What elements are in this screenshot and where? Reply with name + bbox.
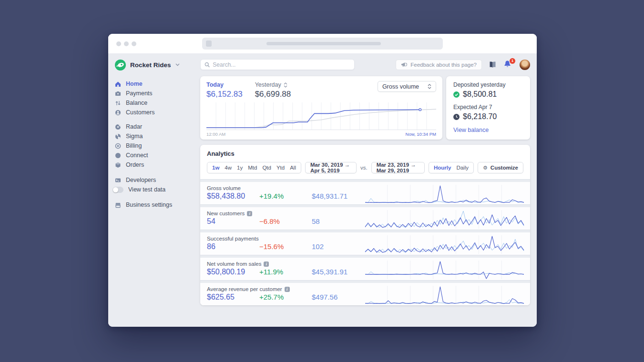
notifications-button[interactable]: 1 xyxy=(503,60,513,70)
customize-label: Customize xyxy=(491,165,518,171)
deposited-value-row: $8,500.81 xyxy=(453,90,523,99)
feedback-label: Feedback about this page? xyxy=(410,62,477,68)
sidebar-item-customers[interactable]: Customers xyxy=(115,108,200,117)
search-input[interactable] xyxy=(213,61,350,68)
sidebar-item-label: Orders xyxy=(126,161,144,168)
customers-icon xyxy=(115,110,121,116)
test-data-toggle[interactable] xyxy=(112,187,123,193)
previous-range-picker[interactable]: Mar 23, 2019 → Mar 29, 2019 xyxy=(371,162,425,173)
period-mtd[interactable]: Mtd xyxy=(248,165,257,171)
dashboard-app: Rocket Rides Home Payments Balance xyxy=(108,53,537,327)
sidebar-item-label: Radar xyxy=(126,123,142,130)
metric-select[interactable]: Gross volume xyxy=(378,81,436,92)
sidebar-item-radar[interactable]: Radar xyxy=(115,122,200,131)
info-icon[interactable]: i xyxy=(247,211,252,216)
sidebar-item-label: Home xyxy=(126,80,143,87)
period-1y[interactable]: 1y xyxy=(237,165,243,171)
favicon-placeholder xyxy=(206,40,212,47)
period-qtd[interactable]: Qtd xyxy=(262,165,271,171)
interval-selector: Hourly Daily xyxy=(429,162,474,173)
window-close-button[interactable] xyxy=(116,41,121,46)
sidebar-item-orders[interactable]: Orders xyxy=(115,160,200,170)
search-bar[interactable] xyxy=(200,59,355,70)
sidebar-nav: Home Payments Balance Customers R xyxy=(115,79,200,210)
metric-comparison-value: $45,391.91 xyxy=(312,268,367,276)
sidebar-item-payments[interactable]: Payments xyxy=(115,89,200,98)
search-icon xyxy=(204,62,210,68)
home-icon xyxy=(115,81,121,87)
docs-icon[interactable] xyxy=(489,61,497,69)
sidebar-item-business-settings[interactable]: Business settings xyxy=(115,200,200,210)
metric-row-net-volume[interactable]: Net volume from salesi $50,800.19 +11.9%… xyxy=(200,258,530,280)
today-volume-card: Today $6,152.83 Yesterday $6,699.88 xyxy=(200,76,442,140)
browser-chrome xyxy=(108,34,537,53)
sidebar-item-balance[interactable]: Balance xyxy=(115,98,200,108)
yesterday-label-text: Yesterday xyxy=(255,81,281,88)
chevron-down-icon xyxy=(175,63,180,66)
user-avatar[interactable] xyxy=(520,60,530,70)
sidebar-item-label: Payments xyxy=(126,90,153,97)
metric-primary-value: $50,800.19 xyxy=(207,268,259,276)
successful-payments-sparkline xyxy=(365,235,524,254)
gross-volume-sparkline xyxy=(365,185,524,204)
metric-delta: +19.4% xyxy=(259,192,312,201)
metric-row-new-customers[interactable]: New customersi 54 −6.8% 58 xyxy=(200,207,530,230)
feedback-button[interactable]: Feedback about this page? xyxy=(396,60,482,70)
window-minimize-button[interactable] xyxy=(124,41,129,46)
period-4w[interactable]: 4w xyxy=(225,165,232,171)
sidebar-item-sigma[interactable]: Sigma xyxy=(115,131,200,141)
metric-comparison-value: $48,931.71 xyxy=(312,192,367,201)
window-zoom-button[interactable] xyxy=(132,41,136,46)
account-name: Rocket Rides xyxy=(130,61,171,69)
interval-daily[interactable]: Daily xyxy=(456,165,469,171)
period-ytd[interactable]: Ytd xyxy=(276,165,285,171)
browser-window: Rocket Rides Home Payments Balance xyxy=(108,34,537,327)
sidebar-item-billing[interactable]: Billing xyxy=(115,141,200,151)
gear-icon: ⚙ xyxy=(483,165,488,171)
info-icon[interactable]: i xyxy=(264,261,269,267)
topbar: Feedback about this page? 1 xyxy=(200,59,530,70)
yesterday-label[interactable]: Yesterday xyxy=(255,81,291,88)
expected-value: $6,218.70 xyxy=(463,112,497,121)
period-1w[interactable]: 1w xyxy=(212,165,219,171)
sidebar-item-connect[interactable]: Connect xyxy=(115,151,200,160)
info-icon[interactable]: i xyxy=(285,287,290,292)
metric-delta: −6.8% xyxy=(259,217,312,226)
today-metric: Today $6,152.83 xyxy=(206,81,243,99)
notification-badge: 1 xyxy=(510,58,515,64)
sidebar-item-label: Business settings xyxy=(126,201,172,208)
window-controls xyxy=(116,41,136,46)
metric-delta: +11.9% xyxy=(259,268,312,276)
topbar-actions: Feedback about this page? 1 xyxy=(396,60,530,70)
url-bar[interactable] xyxy=(202,38,443,50)
metric-row-gross-volume[interactable]: Gross volumei $58,438.80 +19.4% $48,931.… xyxy=(200,182,530,204)
sidebar: Rocket Rides Home Payments Balance xyxy=(108,53,200,327)
metric-row-average-revenue[interactable]: Average revenue per customeri $625.65 +2… xyxy=(200,283,530,305)
analytics-card: Analytics 1w 4w 1y Mtd Qtd Ytd All Mar 3… xyxy=(200,145,530,305)
sidebar-item-label: Billing xyxy=(126,142,142,149)
clock-icon xyxy=(453,114,460,120)
interval-hourly[interactable]: Hourly xyxy=(434,165,451,171)
view-balance-link[interactable]: View balance xyxy=(453,127,523,133)
sidebar-item-label: Customers xyxy=(126,109,154,116)
customize-button[interactable]: ⚙ Customize xyxy=(478,162,523,173)
sidebar-item-developers[interactable]: Developers xyxy=(115,175,200,185)
metric-delta: −15.6% xyxy=(259,242,312,251)
metric-comparison-value: 102 xyxy=(312,242,367,251)
metric-row-successful-payments[interactable]: Successful paymentsi 86 −15.6% 102 xyxy=(200,232,530,255)
check-circle-icon xyxy=(453,91,460,98)
today-volume-chart xyxy=(206,102,436,130)
developers-icon xyxy=(115,177,121,183)
business-settings-icon xyxy=(115,202,121,208)
sidebar-item-label: Sigma xyxy=(126,133,143,140)
metric-select-value: Gross volume xyxy=(382,83,419,90)
period-all[interactable]: All xyxy=(290,165,296,171)
sidebar-item-label: Connect xyxy=(126,152,148,159)
sigma-icon xyxy=(115,133,121,140)
sidebar-item-view-test-data[interactable]: View test data xyxy=(115,185,200,194)
metric-delta: +25.7% xyxy=(259,293,312,302)
deposited-label: Deposited yesterday xyxy=(453,81,523,88)
account-switcher[interactable]: Rocket Rides xyxy=(115,59,200,71)
sidebar-item-home[interactable]: Home xyxy=(115,79,200,89)
current-range-picker[interactable]: Mar 30, 2019 → Apr 5, 2019 xyxy=(305,162,357,173)
